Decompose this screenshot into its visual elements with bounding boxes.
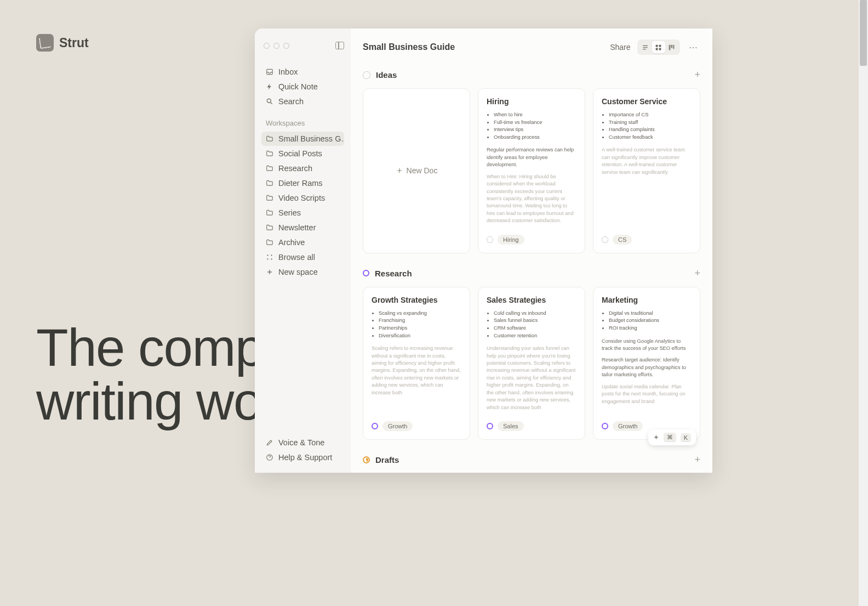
new-doc-card[interactable]: New Doc — [363, 88, 470, 253]
maximize-window-dot[interactable] — [283, 43, 289, 49]
minimize-window-dot[interactable] — [273, 43, 279, 49]
workspaces-list: Small Business G… Social Posts Research … — [261, 132, 344, 280]
status-dotted-icon — [487, 236, 493, 243]
close-window-dot[interactable] — [264, 43, 270, 49]
card-sales-strategies[interactable]: Sales Strategies Cold calling vs inbound… — [478, 287, 585, 440]
section-header-drafts: Drafts + — [363, 454, 700, 466]
view-grid-button[interactable] — [652, 41, 665, 53]
command-palette-shortcut[interactable]: ✦ ⌘ K — [648, 429, 696, 445]
bullet: Cold calling vs inbound — [494, 310, 576, 317]
workspace-label: Archive — [278, 238, 305, 247]
nav-search[interactable]: Search — [261, 94, 344, 109]
share-button[interactable]: Share — [610, 43, 630, 52]
workspace-newsletter[interactable]: Newsletter — [261, 220, 344, 235]
page-title: Small Business Guide — [363, 42, 455, 52]
card-body: Consider using Google Analytics to track… — [602, 338, 692, 353]
folder-icon — [266, 135, 273, 143]
svg-point-1 — [267, 99, 271, 103]
view-board-button[interactable] — [665, 41, 678, 53]
content-area: Ideas + New Doc Hiring When to hire Full… — [351, 60, 712, 473]
browse-all-button[interactable]: Browse all — [261, 250, 344, 264]
add-draft-button[interactable]: + — [694, 454, 700, 466]
card-marketing[interactable]: Marketing Digital vs traditional Budget … — [593, 287, 700, 440]
section-title: Ideas — [376, 70, 397, 80]
svg-rect-9 — [656, 48, 658, 50]
workspace-research[interactable]: Research — [261, 161, 344, 175]
new-doc-label: New Doc — [407, 166, 438, 175]
app-window: Inbox Quick Note Search Workspaces Small… — [255, 29, 712, 473]
card-tag[interactable]: Hiring — [498, 235, 524, 245]
grid-icon — [266, 253, 273, 261]
workspace-label: Social Posts — [278, 149, 322, 158]
card-tag[interactable]: Growth — [382, 421, 413, 431]
bullet: Training staff — [609, 119, 692, 126]
topbar: Small Business Guide Share ⋯ — [351, 29, 712, 60]
workspace-dieter-rams[interactable]: Dieter Rams — [261, 176, 344, 190]
more-menu-button[interactable]: ⋯ — [687, 42, 701, 53]
workspace-social-posts[interactable]: Social Posts — [261, 146, 344, 161]
page-scrollbar[interactable] — [859, 0, 868, 606]
svg-rect-10 — [659, 48, 661, 50]
card-footer: Hiring — [487, 229, 576, 245]
svg-rect-11 — [669, 44, 671, 50]
sidebar-toggle-icon[interactable] — [335, 42, 344, 49]
bullet: Customer feedback — [609, 134, 692, 141]
sparkle-icon: ✦ — [653, 433, 659, 441]
bullet: Budget considerations — [609, 317, 692, 324]
card-bullets: Cold calling vs inbound Sales funnel bas… — [487, 310, 576, 339]
card-title: Marketing — [602, 296, 692, 304]
card-body: Research target audience: Identify demog… — [602, 356, 692, 378]
card-body-fade: Update social media calendar. Plan posts… — [602, 383, 692, 405]
card-footer: CS — [602, 229, 692, 245]
inbox-icon — [266, 68, 273, 76]
card-bullets: When to hire Full-time vs freelance Inte… — [487, 111, 576, 141]
status-purple-icon — [372, 423, 378, 429]
voice-tone-button[interactable]: Voice & Tone — [261, 435, 344, 450]
card-body-fade: Scaling refers to increasing revenue wit… — [372, 345, 461, 397]
card-hiring[interactable]: Hiring When to hire Full-time vs freelan… — [478, 88, 585, 253]
folder-icon — [266, 239, 273, 246]
folder-icon — [266, 179, 273, 187]
workspace-archive[interactable]: Archive — [261, 235, 344, 250]
card-growth-strategies[interactable]: Growth Strategies Scaling vs expanding F… — [363, 287, 470, 440]
ideas-status-icon — [363, 71, 370, 79]
status-dotted-icon — [602, 236, 608, 243]
bullet: Onboarding process — [494, 134, 576, 141]
bullet: Interview tips — [494, 126, 576, 133]
svg-point-5 — [271, 258, 272, 259]
svg-rect-12 — [671, 44, 672, 48]
strut-logo-icon — [36, 34, 54, 52]
add-idea-button[interactable]: + — [694, 69, 700, 81]
card-tag[interactable]: Growth — [613, 421, 643, 431]
card-body-fade: A well-trained customer service team can… — [602, 146, 692, 176]
workspace-series[interactable]: Series — [261, 206, 344, 220]
kbd-k: K — [681, 433, 691, 442]
bullet: Handling complaints — [609, 126, 692, 133]
workspaces-heading: Workspaces — [261, 117, 344, 129]
workspace-video-scripts[interactable]: Video Scripts — [261, 191, 344, 205]
research-row: Growth Strategies Scaling vs expanding F… — [363, 287, 700, 440]
nav-inbox[interactable]: Inbox — [261, 65, 344, 79]
workspace-label: Research — [278, 164, 312, 173]
primary-nav: Inbox Quick Note Search — [261, 65, 344, 109]
add-research-button[interactable]: + — [694, 268, 700, 279]
bullet: ROI tracking — [609, 325, 692, 332]
research-status-icon — [363, 270, 369, 276]
workspace-label: Newsletter — [278, 223, 316, 232]
new-space-label: New space — [278, 268, 318, 276]
card-footer: Growth — [372, 416, 461, 431]
folder-icon — [266, 165, 273, 172]
nav-quick-note[interactable]: Quick Note — [261, 80, 344, 94]
bullet: Importance of CS — [609, 111, 692, 118]
card-tag[interactable]: Sales — [498, 421, 524, 431]
help-support-button[interactable]: Help & Support — [261, 450, 344, 465]
card-customer-service[interactable]: Customer Service Importance of CS Traini… — [593, 88, 700, 253]
view-list-button[interactable] — [639, 41, 652, 53]
new-space-button[interactable]: New space — [261, 265, 344, 279]
card-tag[interactable]: CS — [613, 235, 632, 245]
workspace-small-business-guide[interactable]: Small Business G… — [261, 132, 344, 146]
section-title: Drafts — [375, 455, 399, 465]
card-body: Regular performance reviews can help ide… — [487, 146, 576, 168]
workspace-label: Series — [278, 208, 301, 217]
card-title: Sales Strategies — [487, 296, 576, 304]
